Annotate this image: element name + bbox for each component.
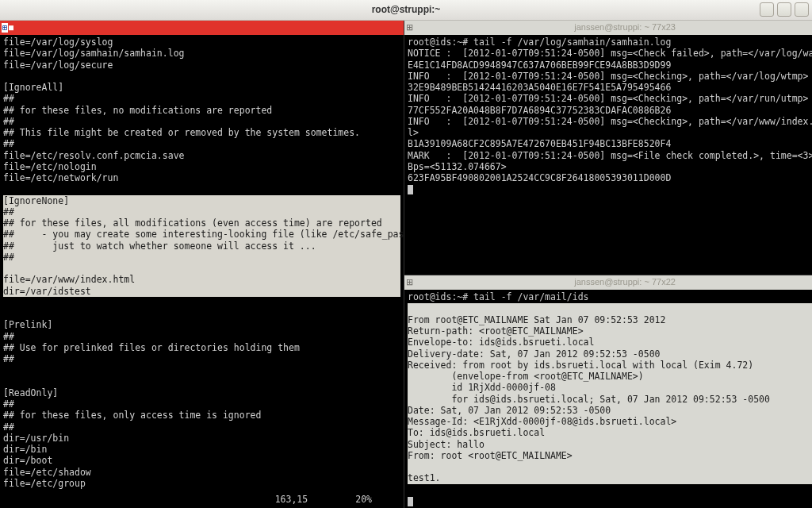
pane-layout-icon: ⊞ [2, 23, 8, 33]
cursor [408, 497, 413, 506]
right-bottom-terminal[interactable]: ⊞ janssen@struppi: ~ 77x22 root@ids:~# t… [404, 275, 812, 508]
scroll-percent: 20% [355, 494, 372, 508]
window-title: root@struppi:~ [372, 4, 441, 16]
command-line: root@ids:~# tail -f /var/log/samhain/sam… [408, 37, 671, 48]
pane-tabbar: ⊞ janssen@struppi: ~ 77x22 [404, 275, 812, 290]
window-titlebar: root@struppi:~ [0, 0, 812, 21]
tab-title: janssen@struppi: ~ 77x22 [418, 277, 812, 288]
pane-indicator-icon: ■ [9, 23, 13, 33]
editor-content[interactable]: file=/var/log/syslog file=/var/log/samha… [0, 35, 404, 494]
maximize-button[interactable] [777, 2, 791, 17]
tmux-statusbar: ⊞ ■ [0, 21, 404, 35]
close-button[interactable] [795, 2, 809, 17]
cursor [408, 185, 413, 194]
right-top-terminal[interactable]: ⊞ janssen@struppi: ~ 77x23 root@ids:~# t… [404, 21, 812, 275]
vim-status-line: 163,15 20% [0, 494, 404, 508]
tab-layout-icon: ⊞ [406, 22, 413, 33]
terminal-output[interactable]: root@ids:~# tail -f /var/log/samhain/sam… [404, 35, 812, 275]
pane-tabbar: ⊞ janssen@struppi: ~ 77x23 [404, 21, 812, 35]
window-controls [760, 2, 809, 17]
left-editor-pane[interactable]: ⊞ ■ file=/var/log/syslog file=/var/log/s… [0, 21, 404, 508]
command-line: root@ids:~# tail -f /var/mail/ids [408, 291, 588, 302]
tab-layout-icon: ⊞ [406, 277, 413, 288]
tab-title: janssen@struppi: ~ 77x23 [418, 22, 812, 33]
minimize-button[interactable] [760, 2, 774, 17]
cursor-position: 163,15 [275, 494, 308, 508]
terminal-output[interactable]: root@ids:~# tail -f /var/mail/ids From r… [404, 290, 812, 508]
